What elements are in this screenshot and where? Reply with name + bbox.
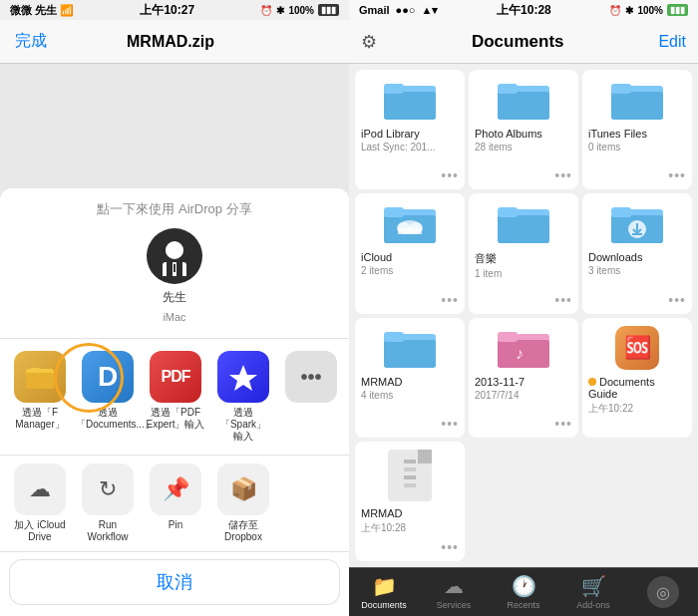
- tab-recents[interactable]: 🕐 Recents: [489, 574, 558, 610]
- svg-rect-39: [498, 340, 549, 368]
- left-content-area: 點一下來使用 AirDrop 分享: [0, 64, 349, 616]
- pin-icon: 📌: [150, 463, 201, 515]
- guide-app-icon: 🆘: [615, 326, 659, 370]
- mrmad-zip-meta: 上午10:28: [361, 521, 406, 535]
- svg-rect-21: [384, 207, 404, 217]
- svg-rect-8: [30, 368, 40, 373]
- photo-meta: 28 items: [475, 142, 513, 153]
- photo-name: Photo Albums: [475, 128, 542, 140]
- file-cell-ipod[interactable]: iPod Library Last Sync: 201... •••: [355, 70, 465, 189]
- app-file-manager[interactable]: 透過「FManager」: [8, 351, 72, 443]
- recents-tab-label: Recents: [507, 600, 539, 610]
- music-dots[interactable]: •••: [554, 292, 572, 308]
- airdrop-contact[interactable]: 先生 iMac: [147, 228, 202, 323]
- tab-bar: 📁 Documents ☁ Services 🕐 Recents 🛒 Add-o…: [349, 567, 698, 616]
- right-status-left: Gmail ●●○ ▲▾: [359, 4, 438, 17]
- gmail-label: Gmail: [359, 4, 390, 16]
- battery-icon: ▮▮▮: [318, 4, 339, 16]
- svg-rect-48: [404, 483, 416, 487]
- itunes-name: iTunes Files: [588, 128, 647, 140]
- svg-marker-9: [229, 365, 257, 391]
- app-pdf[interactable]: PDF 透過「PDFExpert」輸入: [144, 351, 207, 443]
- photo-dots[interactable]: •••: [554, 167, 572, 183]
- left-panel: 微微 先生 📶 上午10:27 ⏰ ✱ 100% ▮▮▮ 完成 MRMAD.zi…: [0, 0, 349, 616]
- airdrop-label: 點一下來使用 AirDrop 分享: [0, 200, 349, 218]
- file-manager-icon: [14, 351, 66, 403]
- icloud-dots[interactable]: •••: [441, 292, 459, 308]
- downloads-meta: 3 items: [588, 265, 620, 276]
- svg-rect-12: [384, 84, 404, 94]
- tab-services[interactable]: ☁ Services: [419, 574, 489, 610]
- carrier-label: 微微 先生 📶: [10, 3, 74, 18]
- file-cell-mrmad-folder[interactable]: MRMAD 4 items •••: [355, 318, 465, 438]
- folder-icon-downloads: [611, 201, 663, 245]
- pin-label: Pin: [169, 519, 182, 531]
- mrmad-folder-meta: 4 items: [361, 390, 393, 401]
- services-tab-icon: ☁: [444, 574, 464, 598]
- svg-rect-3: [176, 262, 182, 276]
- right-status-icons: ⏰ ✱ 100% ▮▮▮: [609, 4, 688, 16]
- file-cell-downloads[interactable]: Downloads 3 items •••: [582, 193, 692, 313]
- compass-icon: ◎: [656, 583, 670, 602]
- orange-dot: [588, 378, 596, 386]
- app-more[interactable]: •••: [279, 351, 343, 443]
- svg-rect-27: [498, 215, 549, 243]
- tab-addons[interactable]: 🛒 Add-ons: [558, 574, 628, 610]
- app-documents[interactable]: D 透過「Documents...」: [76, 351, 140, 443]
- file-cell-date-folder[interactable]: ♪ 2013-11-7 2017/7/14 •••: [469, 318, 578, 438]
- mrmad-zip-dots[interactable]: •••: [441, 539, 459, 555]
- folder-icon-itunes: [611, 78, 663, 122]
- more-apps-icon: •••: [285, 351, 337, 403]
- icloud-name: iCloud: [361, 251, 392, 263]
- edit-button[interactable]: Edit: [658, 33, 686, 51]
- downloads-dots[interactable]: •••: [668, 292, 686, 308]
- icloud-drive-label: 加入 iCloudDrive: [14, 519, 65, 543]
- file-cell-photo[interactable]: Photo Albums 28 items •••: [469, 70, 578, 189]
- left-time: 上午10:27: [140, 2, 194, 19]
- mrmad-folder-name: MRMAD: [361, 376, 403, 388]
- guide-icon-wrap: 🆘: [588, 326, 686, 370]
- file-cell-music[interactable]: 音樂 1 item •••: [469, 193, 578, 313]
- action-dropbox[interactable]: 📦 儲存至Dropbox: [211, 463, 275, 543]
- date-folder-dots[interactable]: •••: [554, 416, 572, 432]
- workflow-label: RunWorkflow: [88, 519, 129, 543]
- action-pin[interactable]: 📌 Pin: [144, 463, 207, 543]
- action-icloud[interactable]: ☁ 加入 iCloudDrive: [8, 463, 72, 543]
- signal-dots: ●●○: [396, 4, 416, 16]
- music-meta: 1 item: [475, 268, 502, 279]
- svg-text:♪: ♪: [516, 345, 524, 362]
- file-cell-guide[interactable]: 🆘 Documents Guide 上午10:22: [582, 318, 692, 438]
- cancel-button[interactable]: 取消: [10, 560, 339, 604]
- file-cell-mrmad-zip[interactable]: MRMAD 上午10:28 •••: [355, 442, 465, 561]
- tab-compass[interactable]: ◎: [628, 576, 698, 608]
- compass-button[interactable]: ◎: [647, 576, 679, 608]
- files-grid: iPod Library Last Sync: 201... ••• Photo…: [349, 64, 698, 567]
- bluetooth-icon2: ✱: [625, 5, 633, 16]
- action-workflow[interactable]: ↻ RunWorkflow: [76, 463, 140, 543]
- svg-rect-14: [498, 92, 549, 120]
- mrmad-folder-icon-wrap: [361, 326, 459, 370]
- settings-button[interactable]: ⚙: [361, 31, 377, 53]
- file-cell-itunes[interactable]: iTunes Files 0 items •••: [582, 70, 692, 189]
- mrmad-folder-dots[interactable]: •••: [441, 416, 459, 432]
- alarm-icon: ⏰: [260, 5, 272, 16]
- svg-rect-44: [418, 450, 432, 463]
- itunes-dots[interactable]: •••: [668, 167, 686, 183]
- done-button[interactable]: 完成: [15, 31, 47, 52]
- right-time: 上午10:28: [497, 2, 551, 19]
- right-nav-bar: ⚙ Documents Edit: [349, 20, 698, 64]
- folder-icon-date: ♪: [498, 326, 549, 370]
- app-spark[interactable]: 透過「Spark」輸入: [211, 351, 275, 443]
- documents-app-label: 透過「Documents...」: [76, 407, 140, 431]
- ipod-name: iPod Library: [361, 128, 420, 140]
- workflow-icon: ↻: [82, 463, 134, 515]
- documents-tab-icon: 📁: [372, 574, 397, 598]
- bluetooth-icon: ✱: [276, 5, 284, 16]
- alarm-icon2: ⏰: [609, 5, 621, 16]
- tab-documents[interactable]: 📁 Documents: [349, 574, 419, 610]
- svg-rect-36: [384, 340, 436, 368]
- folder-icon-icloud: [384, 201, 436, 245]
- file-cell-icloud[interactable]: iCloud 2 items •••: [355, 193, 465, 313]
- date-folder-meta: 2017/7/14: [475, 390, 520, 401]
- ipod-dots[interactable]: •••: [441, 167, 459, 183]
